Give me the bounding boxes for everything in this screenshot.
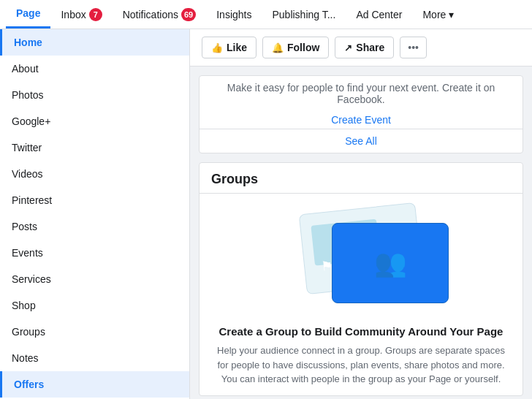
sidebar-item-about[interactable]: About <box>0 56 189 82</box>
sidebar-item-twitter[interactable]: Twitter <box>0 134 189 161</box>
action-bar: 👍 Like 🔔 Follow ↗ Share ••• <box>190 29 532 66</box>
illustration-wrapper: ⚑ 👥 <box>288 208 434 311</box>
sidebar-item-posts[interactable]: Posts <box>0 213 189 240</box>
sidebar-item-offers[interactable]: Offers <box>0 371 189 398</box>
nav-more[interactable]: More ▾ <box>412 0 464 28</box>
thumbsup-icon: 👍 <box>211 42 223 53</box>
layout: Home About Photos Google+ Twitter Videos… <box>0 29 532 399</box>
groups-illustration: ⚑ 👥 <box>200 194 522 325</box>
like-button[interactable]: 👍 Like <box>202 37 256 58</box>
events-card: Make it easy for people to find your nex… <box>199 75 523 153</box>
sidebar-item-events[interactable]: Events <box>0 240 189 266</box>
sidebar-item-groups[interactable]: Groups <box>0 319 189 345</box>
group-people-icon: 👥 <box>374 248 407 278</box>
see-all-link[interactable]: See All <box>200 129 522 153</box>
groups-title: Groups <box>200 163 522 193</box>
follow-button[interactable]: 🔔 Follow <box>262 37 329 58</box>
sidebar-item-shop[interactable]: Shop <box>0 292 189 319</box>
illustration-card-front: 👥 <box>332 223 449 303</box>
nav-adcenter[interactable]: Ad Center <box>346 0 412 28</box>
create-event-link[interactable]: Create Event <box>200 111 522 129</box>
sidebar-item-notes[interactable]: Notes <box>0 345 189 371</box>
sidebar-item-services[interactable]: Services <box>0 266 189 292</box>
sidebar-item-googleplus[interactable]: Google+ <box>0 108 189 134</box>
nav-page[interactable]: Page <box>6 0 50 28</box>
share-button[interactable]: ↗ Share <box>335 37 394 58</box>
groups-card: Groups ⚑ 👥 Create a Group to Build Commu… <box>199 162 523 396</box>
share-icon: ↗ <box>344 42 352 53</box>
nav-publishing[interactable]: Publishing T... <box>262 0 346 28</box>
bell-icon: 🔔 <box>272 42 284 53</box>
groups-cta-title: Create a Group to Build Community Around… <box>200 325 522 343</box>
sidebar-item-pinterest[interactable]: Pinterest <box>0 187 189 213</box>
main-content: 👍 Like 🔔 Follow ↗ Share ••• Make it easy… <box>190 29 532 399</box>
sidebar-item-photos[interactable]: Photos <box>0 82 189 108</box>
top-nav: Page Inbox 7 Notifications 69 Insights P… <box>0 0 532 29</box>
sidebar-item-videos[interactable]: Videos <box>0 161 189 187</box>
sidebar-item-home[interactable]: Home <box>0 29 189 56</box>
nav-insights[interactable]: Insights <box>206 0 262 28</box>
more-options-button[interactable]: ••• <box>400 37 427 58</box>
nav-notifications[interactable]: Notifications 69 <box>113 0 207 28</box>
events-description: Make it easy for people to find your nex… <box>200 76 522 111</box>
sidebar: Home About Photos Google+ Twitter Videos… <box>0 29 190 399</box>
nav-inbox[interactable]: Inbox 7 <box>50 0 112 28</box>
groups-cta-desc: Help your audience connect in a group. G… <box>200 343 522 395</box>
